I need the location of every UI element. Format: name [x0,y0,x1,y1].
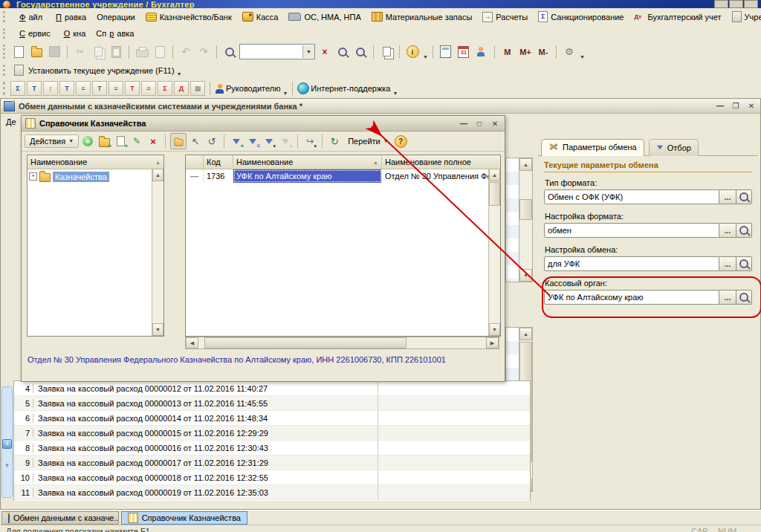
exchange-window-title-bar[interactable]: Обмен данными с казначейскими системами … [1,99,760,114]
set-filter-button[interactable]: + [229,134,244,149]
paste-button[interactable] [108,44,124,60]
find-button[interactable] [221,44,238,60]
open-button[interactable] [28,44,45,60]
subconto-analysis-icon[interactable]: Т [59,81,74,96]
cut-button[interactable]: ✂ [72,44,88,60]
marker-column-header[interactable] [186,155,204,169]
close-button[interactable] [744,0,758,8]
scroll-down-icon[interactable]: ▼ [519,269,532,282]
turnover-balance-icon[interactable]: Т [27,81,42,96]
menu-authorization[interactable]: ΣСанкционирование [534,10,628,24]
document-row[interactable]: 4Заявка на кассовый расход 00000012 от 1… [14,381,530,396]
copy-item-button[interactable]: + [113,134,128,149]
page-down-icon[interactable]: ⇓ [2,439,12,449]
clear-filter-button[interactable]: × [278,134,293,149]
hierarchy-view-button[interactable] [170,133,187,149]
scroll-down-icon[interactable]: ▼ [152,323,163,336]
code-column-header[interactable]: Код [204,155,233,169]
journal-order-icon[interactable]: Д [174,81,189,96]
scroll-thumb[interactable] [489,182,500,206]
list-navigation-strip[interactable]: ⇓ ▼ [1,386,13,498]
child-close-button[interactable]: ✕ [745,101,757,111]
document-row[interactable]: 8Заявка на кассовый расход 00000016 от 1… [14,441,530,455]
print-button[interactable] [134,44,150,60]
expand-icon[interactable] [29,172,37,181]
scroll-down-icon[interactable]: ▼ [4,462,10,469]
scroll-right-icon[interactable]: ▶ [486,337,499,348]
delete-item-button[interactable]: × [146,134,161,149]
subconto-card-icon[interactable]: ≡ [76,81,91,96]
taskbar-treasury-directory[interactable]: Справочник Казначейства [121,511,247,525]
memory-add-button[interactable]: M+ [517,44,534,60]
redo-button[interactable]: ↷ [195,44,212,60]
search-dropdown-button[interactable]: ▼ [302,45,314,58]
menu-settlements[interactable]: →Расчеты [478,10,532,24]
menu-cash[interactable]: Касса [238,10,283,23]
format-type-input[interactable] [544,189,719,204]
menu-service[interactable]: Сервис [12,27,55,39]
set-institution-dropdown[interactable]: ▼ [177,71,182,79]
table-scrollbar[interactable]: ▲ ▼ [488,169,500,336]
child-minimize-button[interactable]: — [714,101,726,111]
posting-report-icon[interactable]: ≡ [141,81,156,96]
save-button[interactable] [46,44,62,60]
app-title-bar[interactable]: Государственное учреждение / Бухгалтер [0,0,761,8]
account-analysis-icon[interactable]: ≡ [109,81,123,96]
upper-list-scrollbar[interactable]: ▲ ▼ [519,158,533,282]
internet-support-dropdown[interactable]: ▼ [392,91,398,98]
add-group-button[interactable]: + [97,134,111,149]
menu-operations[interactable]: Операции [92,11,139,23]
dialog-close-button[interactable]: ✕ [489,118,501,129]
cash-authority-input[interactable] [544,290,719,305]
scroll-thumb[interactable] [204,337,407,348]
manager-dropdown[interactable]: ▼ [282,91,288,98]
menu-fixed-assets[interactable]: ОС, НМА, НПА [284,11,365,23]
dialog-title-bar[interactable]: Справочник Казначейства — □ ✕ [22,116,505,132]
menu-edit[interactable]: Правка [48,11,91,23]
format-setting-open-button[interactable] [736,223,752,238]
info-dropdown[interactable]: ▼ [423,54,428,62]
tree-item-treasuries[interactable]: Казначейства [27,169,163,184]
actions-button[interactable]: Действия▼ [25,134,79,148]
document-row[interactable]: 7Заявка на кассовый расход 00000015 от 1… [14,426,530,441]
undo-button[interactable]: ↶ [178,44,194,60]
format-setting-choose-button[interactable]: ... [719,223,736,238]
universal-report-icon[interactable]: ▦ [190,81,205,96]
filter-by-value-button[interactable]: ≡ [245,134,260,149]
child-restore-button[interactable]: ❐ [730,101,742,111]
search-combobox[interactable]: ▼ [239,44,315,59]
tab-filter[interactable]: Отбор [649,139,699,156]
account-turnover-icon[interactable]: ↕ [43,81,58,96]
format-type-open-button[interactable] [736,189,752,204]
find-prev-button[interactable] [352,44,369,60]
exchange-setting-input[interactable] [544,256,719,271]
format-type-choose-button[interactable]: ... [719,189,736,204]
table-hscrollbar[interactable]: ◀ ▶ [185,337,499,349]
clear-search-button[interactable]: × [317,44,333,60]
scroll-up-icon[interactable]: ▲ [519,158,532,171]
scroll-left-icon[interactable]: ◀ [186,337,198,348]
service-settings-button[interactable]: ⚙ [561,44,577,60]
calendar-button[interactable] [456,44,472,60]
document-row[interactable]: 6Заявка на кассовый расход 00000014 от 1… [14,411,530,426]
set-institution-button[interactable] [10,62,27,79]
table-row-ufk[interactable]: — 1736 УФК по Алтайскому краю Отдел № 30… [186,169,500,183]
minimize-button[interactable] [714,0,728,8]
reread-button[interactable]: ↺ [204,134,219,149]
turnover-between-icon[interactable]: Т [125,81,140,96]
maximize-button[interactable] [729,0,743,8]
cash-authority-open-button[interactable] [736,290,752,305]
memory-recall-button[interactable]: M [499,44,516,60]
fullname-column-header[interactable]: Наименование полное [382,155,500,169]
dialog-minimize-button[interactable]: — [458,118,470,129]
find-next-button[interactable] [334,44,351,60]
help-icon[interactable]: ? [395,135,407,148]
menu-institution[interactable]: Учреждение [728,10,761,24]
scroll-up-icon[interactable]: ▲ [489,169,500,181]
scroll-down-icon[interactable]: ▼ [489,323,500,336]
menu-windows[interactable]: Окна [56,27,91,39]
exchange-setting-choose-button[interactable]: ... [719,256,736,271]
summary-report-icon[interactable]: Σ [10,81,25,96]
add-item-button[interactable]: + [80,134,95,149]
internet-support-menu[interactable]: Интернет-поддержка [311,84,390,93]
